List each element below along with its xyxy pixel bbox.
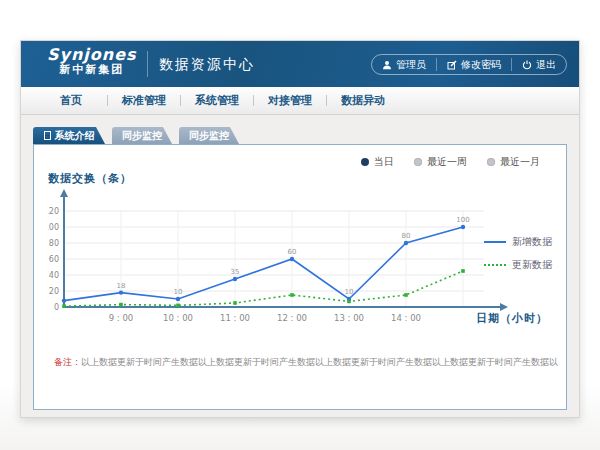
x-axis-title: 日期（小时） (476, 311, 548, 326)
radio-label: 当日 (374, 155, 394, 169)
svg-text:10 : 00: 10 : 00 (163, 313, 193, 323)
svg-text:100: 100 (48, 223, 59, 232)
footnote-prefix: 备注： (54, 357, 81, 367)
svg-text:11 : 00: 11 : 00 (220, 313, 250, 323)
time-range-filter: 当日 最近一周 最近一月 (361, 155, 540, 169)
tab-sync-monitor-1[interactable]: 同步监控 (112, 127, 172, 144)
chart-panel: 当日 最近一周 最近一月 数据交换（条） 0204060801001209 : … (33, 144, 567, 410)
svg-text:40: 40 (49, 271, 59, 280)
legend-line-sample (484, 264, 506, 266)
app-window: Synjones 新中新集团 数据资源中心 管理员 (20, 40, 580, 418)
legend-item-update-data: 更新数据 (484, 258, 552, 272)
power-icon (522, 60, 532, 70)
svg-text:9 : 00: 9 : 00 (109, 313, 134, 323)
svg-text:10: 10 (174, 288, 183, 296)
user-label: 管理员 (396, 58, 426, 72)
logout-button[interactable]: 退出 (511, 58, 566, 71)
svg-text:35: 35 (231, 268, 240, 276)
radio-dot (487, 158, 495, 166)
change-password-label: 修改密码 (461, 58, 501, 72)
tab-bar: 系统介绍 同步监控 同步监控 (33, 127, 239, 144)
radio-last-month[interactable]: 最近一月 (487, 155, 540, 169)
footnote: 备注：以上数据更新于时间产生数据以上数据更新于时间产生数据以上数据更新于时间产生… (54, 356, 558, 369)
radio-today[interactable]: 当日 (361, 155, 394, 169)
legend-label: 新增数据 (512, 235, 552, 249)
user-icon (382, 60, 392, 70)
footnote-text: 以上数据更新于时间产生数据以上数据更新于时间产生数据以上数据更新于时间产生数据以… (81, 357, 558, 367)
app-header: Synjones 新中新集团 数据资源中心 管理员 (21, 41, 579, 87)
tab-system-intro[interactable]: 系统介绍 (33, 127, 105, 144)
tab-label: 同步监控 (122, 127, 162, 144)
nav-item-connect-mgmt[interactable]: 对接管理 (254, 93, 326, 108)
radio-label: 最近一周 (427, 155, 467, 169)
svg-text:80: 80 (49, 239, 59, 248)
svg-text:0: 0 (54, 303, 59, 312)
svg-text:10: 10 (345, 288, 354, 296)
svg-text:60: 60 (288, 248, 297, 256)
legend-item-new-data: 新增数据 (484, 235, 552, 249)
svg-text:100: 100 (456, 216, 469, 224)
radio-dot (414, 158, 422, 166)
svg-text:12 : 00: 12 : 00 (277, 313, 307, 323)
edit-icon (447, 60, 457, 70)
nav-item-system-mgmt[interactable]: 系统管理 (181, 93, 253, 108)
svg-text:14 : 00: 14 : 00 (391, 313, 421, 323)
user-button[interactable]: 管理员 (372, 58, 436, 71)
logo-brand-text: Synjones (47, 46, 137, 64)
legend-line-sample (484, 241, 506, 243)
tab-sync-monitor-2[interactable]: 同步监控 (179, 127, 239, 144)
header-divider (147, 51, 148, 77)
logo-company-name: 新中新集团 (47, 64, 137, 77)
logout-label: 退出 (536, 58, 556, 72)
page-background: Synjones 新中新集团 数据资源中心 管理员 (0, 0, 600, 450)
change-password-button[interactable]: 修改密码 (436, 58, 511, 71)
chart-legend: 新增数据 更新数据 (484, 235, 552, 272)
svg-text:13 : 00: 13 : 00 (334, 313, 364, 323)
nav-item-home[interactable]: 首页 (35, 93, 107, 108)
radio-last-week[interactable]: 最近一周 (414, 155, 467, 169)
tab-label: 系统介绍 (55, 127, 95, 144)
svg-text:20: 20 (49, 287, 59, 296)
nav-item-data-change[interactable]: 数据异动 (327, 93, 399, 108)
radio-label: 最近一月 (500, 155, 540, 169)
svg-text:18: 18 (117, 282, 126, 290)
radio-dot (361, 158, 369, 166)
y-axis-title: 数据交换（条） (48, 171, 132, 186)
main-nav: 首页 标准管理 系统管理 对接管理 数据异动 (21, 87, 579, 115)
svg-text:120: 120 (48, 207, 59, 216)
tab-label: 同步监控 (189, 127, 229, 144)
nav-item-standard-mgmt[interactable]: 标准管理 (108, 93, 180, 108)
content-area: 系统介绍 同步监控 同步监控 当日 (21, 115, 579, 417)
document-icon (44, 131, 51, 140)
svg-text:60: 60 (49, 255, 59, 264)
legend-label: 更新数据 (512, 258, 552, 272)
page-title: 数据资源中心 (159, 56, 255, 74)
user-menu: 管理员 修改密码 退出 (371, 54, 567, 75)
svg-text:80: 80 (402, 232, 411, 240)
company-logo: Synjones 新中新集团 (47, 46, 137, 77)
